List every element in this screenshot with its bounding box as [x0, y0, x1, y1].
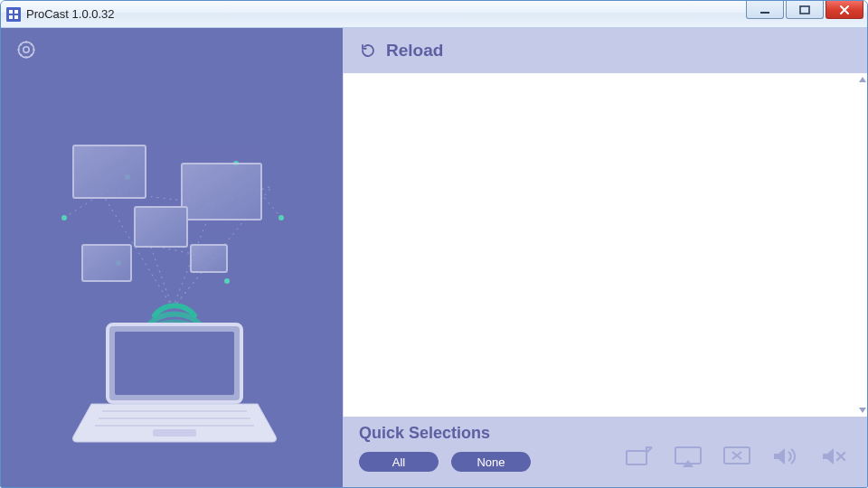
svg-point-8: [61, 215, 67, 221]
broadcast-illustration: [1, 28, 343, 487]
disconnect-display-button[interactable]: [721, 445, 753, 472]
titlebar[interactable]: ProCast 1.0.0.32: [1, 1, 867, 28]
svg-rect-2: [9, 15, 13, 19]
display-fit-button[interactable]: [623, 445, 656, 472]
app-window: ProCast 1.0.0.32: [0, 0, 868, 488]
right-panel: Reload Quick Selections All None: [343, 28, 867, 487]
scroll-down-icon: [859, 408, 866, 413]
volume-mute-button[interactable]: [818, 445, 851, 472]
svg-rect-14: [73, 145, 146, 198]
svg-rect-20: [115, 332, 234, 395]
svg-rect-17: [82, 245, 131, 281]
select-all-button[interactable]: All: [359, 452, 439, 472]
svg-rect-24: [153, 429, 196, 436]
display-fit-icon: [624, 444, 655, 473]
volume-mute-icon: [819, 444, 850, 473]
quick-selections-title: Quick Selections: [359, 424, 531, 443]
volume-on-icon: [770, 444, 801, 473]
window-controls: [746, 1, 867, 19]
svg-rect-4: [760, 12, 769, 14]
left-panel: [1, 28, 343, 487]
reload-label: Reload: [386, 41, 443, 61]
scrollbar[interactable]: [860, 77, 865, 413]
bottom-bar: Quick Selections All None: [343, 417, 867, 487]
close-button[interactable]: [826, 1, 863, 19]
client-area: Reload Quick Selections All None: [1, 28, 867, 487]
maximize-button[interactable]: [786, 1, 824, 19]
reload-bar[interactable]: Reload: [343, 28, 867, 73]
scroll-up-icon: [859, 77, 866, 82]
minimize-button[interactable]: [746, 1, 784, 19]
svg-point-13: [224, 278, 230, 284]
disconnect-display-icon: [722, 444, 752, 473]
airplay-icon: [673, 444, 703, 473]
reload-icon: [359, 42, 377, 60]
svg-point-11: [278, 215, 284, 221]
svg-rect-5: [800, 6, 809, 14]
svg-rect-1: [14, 10, 18, 14]
svg-rect-25: [627, 451, 646, 465]
action-icons: [623, 438, 851, 478]
device-list: [343, 73, 867, 417]
svg-rect-15: [182, 164, 261, 220]
procast-app-icon: [6, 7, 21, 22]
svg-rect-18: [191, 245, 227, 272]
svg-rect-3: [14, 15, 18, 19]
svg-rect-16: [135, 207, 187, 247]
select-none-button[interactable]: None: [451, 452, 531, 472]
volume-on-button[interactable]: [769, 445, 802, 472]
svg-rect-0: [9, 10, 13, 14]
window-title: ProCast 1.0.0.32: [26, 7, 115, 21]
airplay-button[interactable]: [672, 445, 704, 472]
